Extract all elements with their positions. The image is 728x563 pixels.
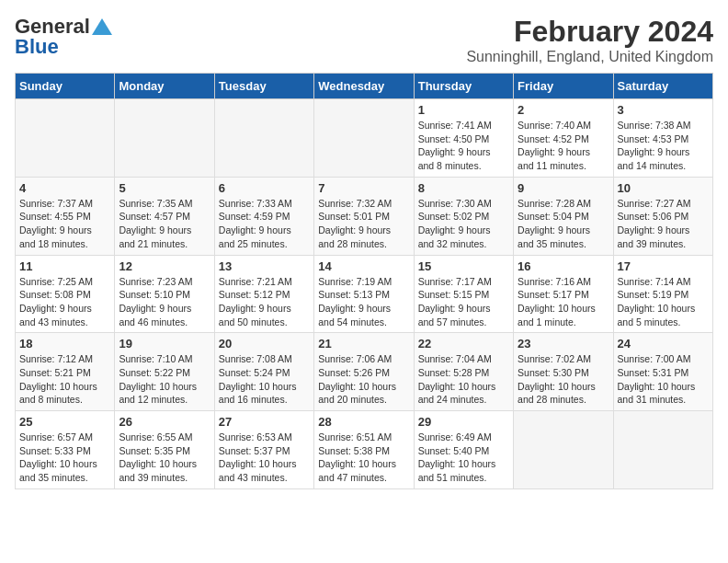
calendar-day-cell: 2Sunrise: 7:40 AM Sunset: 4:52 PM Daylig…: [514, 99, 613, 178]
calendar-header-row: SundayMondayTuesdayWednesdayThursdayFrid…: [16, 74, 713, 99]
title-area: February 2024 Sunninghill, England, Unit…: [466, 15, 713, 65]
calendar-day-cell: 6Sunrise: 7:33 AM Sunset: 4:59 PM Daylig…: [214, 177, 313, 255]
day-info: Sunrise: 6:51 AM Sunset: 5:38 PM Dayligh…: [318, 431, 409, 485]
calendar-day-cell: 25Sunrise: 6:57 AM Sunset: 5:33 PM Dayli…: [16, 411, 115, 489]
calendar-day-cell: 20Sunrise: 7:08 AM Sunset: 5:24 PM Dayli…: [214, 333, 313, 411]
calendar-day-cell: [314, 99, 414, 178]
calendar-day-cell: 7Sunrise: 7:32 AM Sunset: 5:01 PM Daylig…: [314, 177, 414, 255]
calendar-day-cell: [214, 99, 313, 178]
calendar-body: 1Sunrise: 7:41 AM Sunset: 4:50 PM Daylig…: [16, 99, 713, 489]
weekday-header: Sunday: [16, 74, 115, 99]
calendar-day-cell: 27Sunrise: 6:53 AM Sunset: 5:37 PM Dayli…: [214, 411, 313, 489]
day-number: 1: [418, 103, 509, 117]
day-info: Sunrise: 6:49 AM Sunset: 5:40 PM Dayligh…: [418, 431, 509, 485]
calendar-day-cell: 11Sunrise: 7:25 AM Sunset: 5:08 PM Dayli…: [16, 255, 115, 333]
calendar-week-row: 25Sunrise: 6:57 AM Sunset: 5:33 PM Dayli…: [16, 411, 713, 489]
day-info: Sunrise: 7:14 AM Sunset: 5:19 PM Dayligh…: [618, 275, 709, 329]
day-info: Sunrise: 6:53 AM Sunset: 5:37 PM Dayligh…: [219, 431, 310, 485]
weekday-header: Tuesday: [214, 74, 313, 99]
calendar-day-cell: 15Sunrise: 7:17 AM Sunset: 5:15 PM Dayli…: [414, 255, 513, 333]
calendar-day-cell: 29Sunrise: 6:49 AM Sunset: 5:40 PM Dayli…: [414, 411, 513, 489]
day-number: 17: [618, 259, 709, 273]
day-number: 15: [418, 259, 509, 273]
day-number: 11: [19, 259, 110, 273]
day-info: Sunrise: 7:00 AM Sunset: 5:31 PM Dayligh…: [618, 352, 709, 407]
calendar-day-cell: 14Sunrise: 7:19 AM Sunset: 5:13 PM Dayli…: [314, 255, 414, 333]
day-number: 28: [318, 415, 409, 429]
logo-icon: [92, 17, 112, 37]
day-info: Sunrise: 7:33 AM Sunset: 4:59 PM Dayligh…: [219, 197, 310, 251]
day-info: Sunrise: 6:57 AM Sunset: 5:33 PM Dayligh…: [19, 431, 110, 485]
calendar-day-cell: [115, 99, 214, 178]
calendar-day-cell: 28Sunrise: 6:51 AM Sunset: 5:38 PM Dayli…: [314, 411, 414, 489]
calendar-day-cell: 18Sunrise: 7:12 AM Sunset: 5:21 PM Dayli…: [16, 333, 115, 411]
day-number: 27: [219, 415, 310, 429]
day-info: Sunrise: 7:21 AM Sunset: 5:12 PM Dayligh…: [219, 275, 310, 329]
day-info: Sunrise: 7:27 AM Sunset: 5:06 PM Dayligh…: [618, 197, 709, 251]
calendar-day-cell: 12Sunrise: 7:23 AM Sunset: 5:10 PM Dayli…: [115, 255, 214, 333]
day-info: Sunrise: 7:30 AM Sunset: 5:02 PM Dayligh…: [418, 197, 509, 251]
day-number: 29: [418, 415, 509, 429]
calendar-day-cell: 10Sunrise: 7:27 AM Sunset: 5:06 PM Dayli…: [613, 177, 712, 255]
calendar-week-row: 18Sunrise: 7:12 AM Sunset: 5:21 PM Dayli…: [16, 333, 713, 411]
day-info: Sunrise: 7:17 AM Sunset: 5:15 PM Dayligh…: [418, 275, 509, 329]
day-number: 14: [318, 259, 409, 273]
day-number: 23: [518, 337, 609, 350]
logo-blue: Blue: [15, 35, 59, 59]
day-info: Sunrise: 7:08 AM Sunset: 5:24 PM Dayligh…: [219, 352, 310, 407]
day-number: 22: [418, 337, 509, 350]
day-number: 10: [618, 181, 709, 195]
day-number: 13: [219, 259, 310, 273]
logo: General Blue: [15, 15, 112, 59]
day-number: 5: [119, 181, 210, 195]
calendar-day-cell: 19Sunrise: 7:10 AM Sunset: 5:22 PM Dayli…: [115, 333, 214, 411]
day-info: Sunrise: 7:06 AM Sunset: 5:26 PM Dayligh…: [318, 352, 409, 407]
day-info: Sunrise: 7:10 AM Sunset: 5:22 PM Dayligh…: [119, 352, 210, 407]
day-info: Sunrise: 6:55 AM Sunset: 5:35 PM Dayligh…: [119, 431, 210, 485]
day-number: 9: [518, 181, 609, 195]
calendar-day-cell: 9Sunrise: 7:28 AM Sunset: 5:04 PM Daylig…: [514, 177, 613, 255]
day-number: 3: [618, 103, 709, 117]
weekday-header: Saturday: [613, 74, 712, 99]
day-number: 24: [618, 337, 709, 350]
calendar-week-row: 11Sunrise: 7:25 AM Sunset: 5:08 PM Dayli…: [16, 255, 713, 333]
calendar-day-cell: 17Sunrise: 7:14 AM Sunset: 5:19 PM Dayli…: [613, 255, 712, 333]
day-info: Sunrise: 7:28 AM Sunset: 5:04 PM Dayligh…: [518, 197, 609, 251]
day-number: 18: [19, 337, 110, 350]
day-number: 26: [119, 415, 210, 429]
calendar-day-cell: [613, 411, 712, 489]
day-info: Sunrise: 7:35 AM Sunset: 4:57 PM Dayligh…: [119, 197, 210, 251]
day-number: 21: [318, 337, 409, 350]
day-info: Sunrise: 7:23 AM Sunset: 5:10 PM Dayligh…: [119, 275, 210, 329]
page-header: General Blue February 2024 Sunninghill, …: [15, 15, 713, 65]
calendar-day-cell: 8Sunrise: 7:30 AM Sunset: 5:02 PM Daylig…: [414, 177, 513, 255]
calendar-day-cell: [514, 411, 613, 489]
day-number: 8: [418, 181, 509, 195]
day-number: 7: [318, 181, 409, 195]
day-info: Sunrise: 7:02 AM Sunset: 5:30 PM Dayligh…: [518, 352, 609, 407]
weekday-header: Wednesday: [314, 74, 414, 99]
calendar-day-cell: 22Sunrise: 7:04 AM Sunset: 5:28 PM Dayli…: [414, 333, 513, 411]
day-number: 16: [518, 259, 609, 273]
calendar-day-cell: 21Sunrise: 7:06 AM Sunset: 5:26 PM Dayli…: [314, 333, 414, 411]
calendar-week-row: 1Sunrise: 7:41 AM Sunset: 4:50 PM Daylig…: [16, 99, 713, 178]
day-number: 19: [119, 337, 210, 350]
day-info: Sunrise: 7:16 AM Sunset: 5:17 PM Dayligh…: [518, 275, 609, 329]
day-info: Sunrise: 7:12 AM Sunset: 5:21 PM Dayligh…: [19, 352, 110, 407]
calendar-day-cell: 16Sunrise: 7:16 AM Sunset: 5:17 PM Dayli…: [514, 255, 613, 333]
calendar-day-cell: 3Sunrise: 7:38 AM Sunset: 4:53 PM Daylig…: [613, 99, 712, 178]
calendar-table: SundayMondayTuesdayWednesdayThursdayFrid…: [15, 73, 713, 489]
subtitle: Sunninghill, England, United Kingdom: [466, 49, 713, 65]
day-number: 2: [518, 103, 609, 117]
day-info: Sunrise: 7:38 AM Sunset: 4:53 PM Dayligh…: [618, 119, 709, 173]
day-info: Sunrise: 7:40 AM Sunset: 4:52 PM Dayligh…: [518, 119, 609, 173]
day-info: Sunrise: 7:41 AM Sunset: 4:50 PM Dayligh…: [418, 119, 509, 173]
calendar-week-row: 4Sunrise: 7:37 AM Sunset: 4:55 PM Daylig…: [16, 177, 713, 255]
calendar-day-cell: 4Sunrise: 7:37 AM Sunset: 4:55 PM Daylig…: [16, 177, 115, 255]
day-info: Sunrise: 7:04 AM Sunset: 5:28 PM Dayligh…: [418, 352, 509, 407]
day-number: 12: [119, 259, 210, 273]
calendar-day-cell: 26Sunrise: 6:55 AM Sunset: 5:35 PM Dayli…: [115, 411, 214, 489]
day-number: 25: [19, 415, 110, 429]
day-number: 20: [219, 337, 310, 350]
weekday-header: Friday: [514, 74, 613, 99]
